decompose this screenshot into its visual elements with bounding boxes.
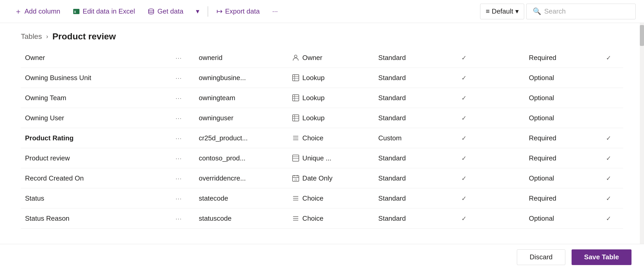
table-row[interactable]: Owning User ··· owninguser Lookup Standa… <box>21 108 623 128</box>
get-data-dropdown-button[interactable]: ▾ <box>190 0 206 23</box>
row-req-check-cell: ✓ <box>594 168 623 188</box>
row-options-icon[interactable]: ··· <box>176 135 182 142</box>
breadcrumb: Tables › Product review <box>0 23 644 48</box>
row-display-name: Owning User <box>25 114 64 122</box>
toolbar-divider <box>208 6 208 17</box>
row-options-cell[interactable]: ··· <box>171 188 195 208</box>
row-options-cell[interactable]: ··· <box>171 148 195 168</box>
type-label: Choice <box>302 134 324 142</box>
row-options-icon[interactable]: ··· <box>176 95 182 101</box>
row-options-cell[interactable]: ··· <box>171 168 195 188</box>
table-row[interactable]: Product review ··· contoso_prod... Uniqu… <box>21 148 623 168</box>
search-box[interactable]: 🔍 Search <box>526 4 636 19</box>
table-row[interactable]: Status Reason ··· statuscode Choice Stan… <box>21 208 623 229</box>
breadcrumb-current: Product review <box>52 31 116 41</box>
add-column-icon: ＋ <box>15 7 22 16</box>
row-searchable-cell: ✓ <box>449 148 478 168</box>
row-options-icon[interactable]: ··· <box>176 195 182 202</box>
row-options-icon[interactable]: ··· <box>176 55 182 61</box>
row-name-cell: Product Rating <box>21 128 171 148</box>
row-requirement-cell: Optional <box>525 168 594 188</box>
scrollbar[interactable] <box>640 23 644 244</box>
row-searchable-cell: ✓ <box>449 128 478 148</box>
row-type-cell: Lookup <box>287 68 374 88</box>
type-icon <box>292 114 300 122</box>
table-row[interactable]: Owning Business Unit ··· owningbusine...… <box>21 68 623 88</box>
row-behavior: Standard <box>378 174 406 182</box>
type-icon <box>292 194 300 202</box>
save-table-button[interactable]: Save Table <box>572 249 631 265</box>
row-display-name: Owning Team <box>25 94 66 102</box>
row-display-name: Product Rating <box>25 134 73 142</box>
row-spacer-cell <box>478 168 525 188</box>
search-icon: 🔍 <box>533 7 541 15</box>
row-options-cell[interactable]: ··· <box>171 68 195 88</box>
svg-rect-12 <box>293 115 299 121</box>
requirement-label: Required <box>529 154 556 162</box>
row-behavior-cell: Standard <box>374 188 449 208</box>
row-options-icon[interactable]: ··· <box>176 115 182 122</box>
bottom-bar: Discard Save Table <box>0 244 644 270</box>
add-column-button[interactable]: ＋ Add column <box>8 0 66 23</box>
row-req-check-cell <box>594 88 623 108</box>
row-req-check-cell: ✓ <box>594 188 623 208</box>
view-selector[interactable]: ≡ Default ▾ <box>480 4 524 19</box>
req-check: ✓ <box>606 195 611 202</box>
table-row[interactable]: Record Created On ··· overriddencre... 2… <box>21 168 623 188</box>
table-row[interactable]: Status ··· statecode Choice Standard ✓ R… <box>21 188 623 208</box>
more-options-button[interactable]: ··· <box>266 0 284 23</box>
svg-text:X: X <box>74 10 76 14</box>
row-options-cell[interactable]: ··· <box>171 128 195 148</box>
row-options-icon[interactable]: ··· <box>176 175 182 182</box>
table-row[interactable]: Owning Team ··· owningteam Lookup Standa… <box>21 88 623 108</box>
row-options-cell[interactable]: ··· <box>171 88 195 108</box>
row-options-icon[interactable]: ··· <box>176 155 182 162</box>
row-name-cell: Record Created On <box>21 168 171 188</box>
requirement-label: Optional <box>529 114 554 122</box>
row-options-icon[interactable]: ··· <box>176 75 182 81</box>
row-behavior-cell: Standard <box>374 68 449 88</box>
table-row[interactable]: Product Rating ··· cr25d_product... Choi… <box>21 128 623 148</box>
get-data-button[interactable]: Get data <box>141 0 190 23</box>
row-name-cell: Owning Business Unit <box>21 68 171 88</box>
row-schema-name: cr25d_product... <box>199 134 248 142</box>
row-req-check-cell: ✓ <box>594 128 623 148</box>
row-schema-name: owningteam <box>199 94 235 102</box>
row-options-cell[interactable]: ··· <box>171 48 195 68</box>
row-behavior: Custom <box>378 134 402 142</box>
row-name-cell: Status <box>21 188 171 208</box>
row-requirement-cell: Required <box>525 48 594 68</box>
chevron-down-icon: ▾ <box>515 7 519 15</box>
row-behavior: Standard <box>378 194 406 202</box>
toolbar-right: ≡ Default ▾ 🔍 Search <box>480 4 636 19</box>
type-label: Date Only <box>302 174 333 182</box>
type-icon <box>292 214 300 223</box>
req-check: ✓ <box>606 54 611 61</box>
row-req-check-cell: ✓ <box>594 148 623 168</box>
row-behavior: Standard <box>378 114 406 122</box>
row-spacer-cell <box>478 128 525 148</box>
table-row[interactable]: Owner ··· ownerid Owner Standard ✓ Requi… <box>21 48 623 68</box>
row-type-cell: Unique ... <box>287 148 374 168</box>
row-behavior: Standard <box>378 214 406 222</box>
row-display-name: Owner <box>25 54 45 62</box>
requirement-label: Optional <box>529 174 554 182</box>
row-name-cell: Owning User <box>21 108 171 128</box>
svg-point-3 <box>294 55 297 58</box>
export-data-button[interactable]: ↦ Export data <box>210 0 266 23</box>
scroll-thumb[interactable] <box>640 25 644 46</box>
row-schema-name: owningbusine... <box>199 74 246 82</box>
row-options-cell[interactable]: ··· <box>171 108 195 128</box>
type-icon <box>292 134 300 142</box>
row-req-check-cell <box>594 68 623 88</box>
row-requirement-cell: Required <box>525 128 594 148</box>
req-check: ✓ <box>606 215 611 222</box>
row-options-icon[interactable]: ··· <box>176 215 182 222</box>
breadcrumb-parent-link[interactable]: Tables <box>21 32 42 41</box>
edit-excel-button[interactable]: X Edit data in Excel <box>66 0 141 23</box>
svg-rect-19 <box>293 155 299 161</box>
discard-button[interactable]: Discard <box>517 249 565 265</box>
row-type-cell: Lookup <box>287 108 374 128</box>
row-options-cell[interactable]: ··· <box>171 208 195 229</box>
row-behavior: Standard <box>378 74 406 82</box>
